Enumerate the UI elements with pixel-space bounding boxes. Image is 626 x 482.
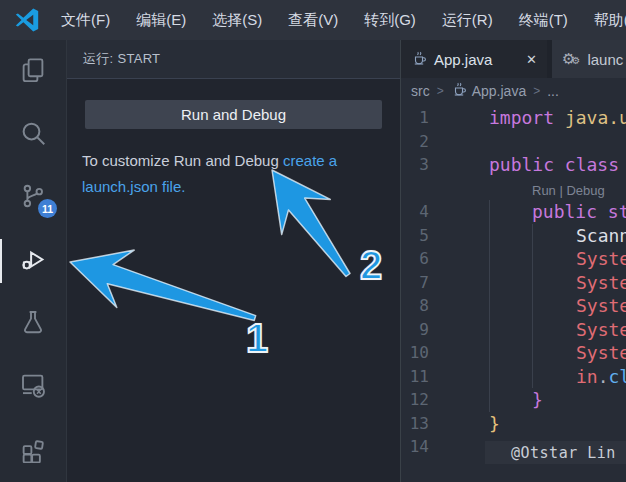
close-icon[interactable]: ✕ [526,52,537,67]
activity-item-explorer[interactable] [0,40,66,103]
vscode-logo-icon [14,7,40,33]
line-content: Syste [429,247,626,271]
title-bar: 文件(F)编辑(E)选择(S)查看(V)转到(G)运行(R)终端(T)帮助(H) [0,0,626,40]
line-content: } [429,412,626,436]
code-line: 4public st [401,200,626,224]
breadcrumb-item[interactable]: ... [547,83,559,99]
code-token: public st [532,201,626,222]
code-token: Syste [576,248,626,269]
tab-launc[interactable]: ⚙⚙launc [552,40,626,78]
activity-bar: 11 [0,40,67,482]
line-content: } [429,388,626,412]
code-token: Syste [576,272,626,293]
code-line: 11in.cl [401,365,626,389]
remote-icon [18,370,48,404]
watermark: @Otstar Lin [485,441,626,464]
files-icon [18,55,48,89]
line-number: 6 [401,247,429,271]
code-token: . [598,366,609,387]
code-token: java.u [565,107,626,128]
menu-item[interactable]: 转到(G) [351,0,429,40]
menu-item[interactable]: 帮助(H) [581,0,626,40]
line-content: Syste [429,271,626,295]
menu-bar: 文件(F)编辑(E)选择(S)查看(V)转到(G)运行(R)终端(T)帮助(H) [48,0,626,40]
line-number: 1 [401,106,429,130]
line-number [401,177,429,201]
indent-guide [532,224,533,388]
activity-item-search[interactable] [0,103,66,166]
line-content: public class [429,153,626,177]
editor-area: App.java✕⚙⚙launc src>App.java>... 1impor… [401,40,626,482]
code-token: cl [609,366,626,387]
gear-icon: ⚙⚙ [562,50,576,68]
tab-label: App.java [434,51,492,68]
code-line: 8Syste [401,294,626,318]
line-content: Syste [429,318,626,342]
run-debug-side-panel: 运行: START Run and Debug To customize Run… [67,40,401,482]
line-number: 9 [401,318,429,342]
code-line: 13} [401,412,626,436]
line-content [429,130,626,154]
line-number: 4 [401,200,429,224]
code-line: 6Syste [401,247,626,271]
menu-item[interactable]: 查看(V) [275,0,351,40]
code-token: Scann [576,225,626,246]
line-content: import java.u [429,106,626,130]
line-number: 2 [401,130,429,154]
run-and-debug-button[interactable]: Run and Debug [85,100,382,129]
panel-header: 运行: START [67,40,400,79]
activity-item-extensions[interactable] [0,419,66,482]
code-line: 10Syste [401,341,626,365]
line-number: 11 [401,365,429,389]
hint-prefix: To customize Run and Debug [82,152,283,169]
activity-item-remote-explorer[interactable] [0,356,66,419]
code-line: 9Syste [401,318,626,342]
menu-item[interactable]: 终端(T) [506,0,581,40]
run-debug-icon [18,244,48,278]
line-number: 10 [401,341,429,365]
menu-item[interactable]: 文件(F) [48,0,123,40]
code-token: public class [489,154,619,175]
line-content: public st [429,200,626,224]
code-token: Syste [576,295,626,316]
line-number: 14 [401,435,429,459]
chevron-right-icon: > [533,84,540,98]
code-line: 12} [401,388,626,412]
line-number: 7 [401,271,429,295]
activity-item-source-control[interactable]: 11 [0,166,66,229]
hint-text: To customize Run and Debug create a laun… [82,148,382,200]
code-view[interactable]: 1import java.u23public class Run | Debug… [401,103,626,459]
breadcrumb-item[interactable]: App.java [451,81,526,100]
codelens-run-debug[interactable]: Run | Debug [532,183,605,198]
breadcrumb-item[interactable]: src [411,83,430,99]
line-content: Run | Debug [429,177,626,201]
code-token: } [532,389,543,410]
code-line: 1import java.u [401,106,626,130]
tab-bar: App.java✕⚙⚙launc [401,40,626,78]
activity-item-run-and-debug[interactable] [0,229,66,292]
code-token: } [489,413,500,434]
line-number: 3 [401,153,429,177]
panel-title: 运行: START [83,50,160,68]
activity-item-testing[interactable] [0,293,66,356]
extensions-icon [18,433,48,467]
menu-item[interactable]: 运行(R) [429,0,506,40]
code-line: 2 [401,130,626,154]
line-number: 13 [401,412,429,436]
line-content: Syste [429,294,626,318]
code-token: import [489,107,554,128]
menu-item[interactable]: 选择(S) [199,0,275,40]
java-icon [411,50,427,69]
beaker-icon [18,307,48,341]
code-line: 5Scann [401,224,626,248]
search-icon [18,118,48,152]
watermark-text: @Otstar Lin [511,444,616,462]
tab-label: launc [587,51,623,68]
line-content: Scann [429,224,626,248]
tab-App.java[interactable]: App.java✕ [401,40,547,78]
code-token: Syste [576,342,626,363]
code-token: Syste [576,319,626,340]
menu-item[interactable]: 编辑(E) [123,0,199,40]
codelens-row: Run | Debug [401,177,626,201]
line-content: Syste [429,341,626,365]
